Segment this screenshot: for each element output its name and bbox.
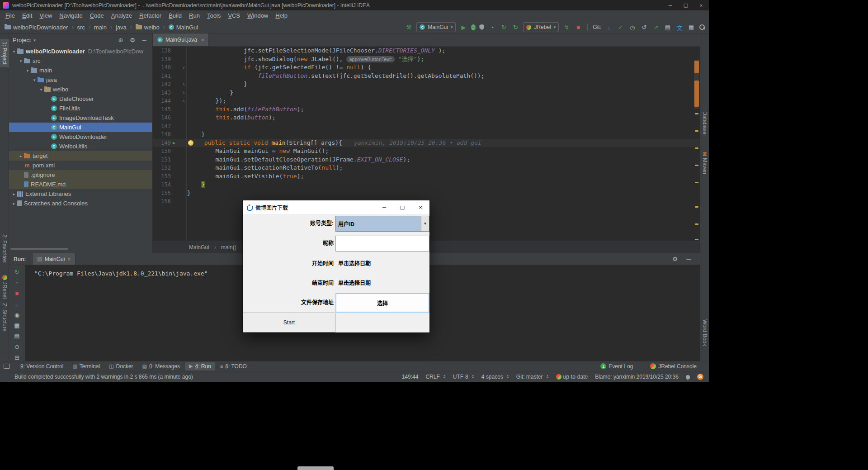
code-line-138[interactable]: 138 jfc.setFileSelectionMode(JFileChoose… xyxy=(153,47,700,55)
code-line-152[interactable]: 152 mainGui.setLocationRelativeTo(null); xyxy=(153,164,700,172)
push-button[interactable]: ↗ xyxy=(652,23,660,31)
toolwindow-button-event-log[interactable]: 1Event Log xyxy=(596,362,637,370)
tree-item-maingui[interactable]: CMainGui xyxy=(9,123,152,132)
tree-item-external-libraries[interactable]: ▸External Libraries xyxy=(9,189,152,199)
menu-run[interactable]: Run xyxy=(185,11,203,20)
line-number-143[interactable]: 143 xyxy=(153,89,171,97)
chevron-down-icon[interactable]: ▾ xyxy=(33,38,36,43)
tool-strip-jrebel[interactable]: JRebel xyxy=(0,272,9,301)
breadcrumb-class[interactable]: MainGui xyxy=(189,244,209,251)
layout-button[interactable]: ▦ xyxy=(687,23,695,31)
menu-edit[interactable]: Edit xyxy=(19,11,36,20)
tool-strip-1-project[interactable]: 1: Project xyxy=(0,39,9,67)
tool-strip-2-favorites[interactable]: 2: Favorites xyxy=(0,232,9,266)
chevron-expanded-icon[interactable]: ▾ xyxy=(24,68,31,73)
rerun-icon[interactable]: ↻ xyxy=(13,269,21,276)
jrebel-run-button[interactable]: ↻ xyxy=(500,23,508,31)
taskbar-peek-tab[interactable] xyxy=(297,466,334,470)
run-button[interactable]: ▶ xyxy=(459,23,467,31)
code-line-149[interactable]: 149▶ public static void main(String[] ar… xyxy=(153,139,700,147)
menu-navigate[interactable]: Navigate xyxy=(56,11,86,20)
line-number-152[interactable]: 152 xyxy=(153,164,171,172)
tree-item-readme-md[interactable]: README.md xyxy=(9,180,152,189)
tree-item-weiboutils[interactable]: CWeiboUtils xyxy=(9,142,152,151)
chevron-expanded-icon[interactable]: ▾ xyxy=(38,87,44,92)
code-line-146[interactable]: 146 this.add(button); xyxy=(153,114,700,122)
tool-strip-maven[interactable]: MMaven xyxy=(700,149,709,177)
run-line-icon[interactable]: ▶ xyxy=(173,139,175,147)
dialog-close-button[interactable]: × xyxy=(411,200,429,214)
breadcrumb-src[interactable]: src xyxy=(76,24,85,31)
choose-path-button[interactable]: 选择 xyxy=(335,293,429,313)
account-type-combobox[interactable]: 用户ID ▼ xyxy=(335,216,429,232)
code-line-155[interactable]: 155} xyxy=(153,189,700,198)
blame-widget[interactable]: Blame: yanximin 2019/10/25 20:36 xyxy=(595,374,679,380)
intention-bulb-icon[interactable] xyxy=(188,140,193,146)
toolwindow-switcher-icon[interactable] xyxy=(4,364,10,369)
nickname-input[interactable] xyxy=(335,236,429,252)
line-number-148[interactable]: 148 xyxy=(153,130,171,139)
line-number-138[interactable]: 138 xyxy=(153,47,171,55)
dialog-titlebar[interactable]: 微博图片下载 ─ ▢ × xyxy=(243,200,429,214)
window-minimize-button[interactable]: ─ xyxy=(663,0,678,10)
update-application-button[interactable]: ↯ xyxy=(562,23,571,31)
line-number-155[interactable]: 155 xyxy=(153,189,171,198)
code-line-143[interactable]: 143∧ } xyxy=(153,89,700,97)
tree-item-weibo[interactable]: ▾weibo xyxy=(9,85,152,94)
line-number-154[interactable]: 154 xyxy=(153,180,171,189)
breadcrumb-weibo[interactable]: weibo xyxy=(135,24,160,31)
debug-button[interactable] xyxy=(471,24,476,30)
toolwindow-button-4-run[interactable]: ▶4: Run xyxy=(185,362,215,370)
close-tab-icon[interactable]: × xyxy=(201,37,204,43)
end-time-picker[interactable]: 单击选择日期 xyxy=(338,280,371,286)
tree-item-weibopicdownloader[interactable]: ▾weiboPicDownloaderD:\Tool\weiboPicDow xyxy=(9,47,152,56)
history-button[interactable]: ◷ xyxy=(628,23,637,31)
line-number-141[interactable]: 141 xyxy=(153,72,171,81)
chevron-expanded-icon[interactable]: ▾ xyxy=(11,49,17,54)
close-tab-icon[interactable]: × xyxy=(67,256,70,262)
dialog-maximize-button[interactable]: ▢ xyxy=(393,200,411,214)
build-hammer-icon[interactable]: ⚒ xyxy=(405,23,413,31)
tree-item-datechooser[interactable]: CDateChooser xyxy=(9,94,152,104)
status-widget-4-spaces[interactable]: 4 spaces xyxy=(481,374,509,380)
editor-error-stripe[interactable] xyxy=(693,60,700,241)
caret-position-widget[interactable]: 149:44 xyxy=(402,374,419,380)
code-line-153[interactable]: 153 mainGui.setVisible(true); xyxy=(153,172,700,181)
menu-vcs[interactable]: VCS xyxy=(224,11,244,20)
layout-icon[interactable]: ▦ xyxy=(13,322,21,329)
menu-view[interactable]: View xyxy=(36,11,56,20)
run-settings-gear-icon[interactable]: ⚙ xyxy=(671,255,679,263)
tree-item-target[interactable]: ▸target xyxy=(9,151,152,161)
chevron-expanded-icon[interactable]: ▾ xyxy=(18,59,24,63)
line-number-146[interactable]: 146 xyxy=(153,114,171,122)
toolwindow-button-terminal[interactable]: ▥Terminal xyxy=(68,362,104,370)
profiler-button[interactable]: ◔ xyxy=(488,23,496,31)
stop-button[interactable]: ■ xyxy=(574,23,582,31)
clear-all-icon[interactable]: ⊟ xyxy=(13,354,21,361)
line-number-142[interactable]: 142 xyxy=(153,80,171,89)
translate-button[interactable]: 文 xyxy=(675,23,684,31)
menu-window[interactable]: Window xyxy=(244,11,272,20)
toolwindow-button-jrebel-console[interactable]: JRebel Console xyxy=(646,362,701,370)
menu-tools[interactable]: Tools xyxy=(203,11,224,20)
code-line-151[interactable]: 151 mainGui.setDefaultCloseOperation(JFr… xyxy=(153,156,700,164)
update-project-button[interactable]: ↓ xyxy=(605,23,613,31)
tree-item-src[interactable]: ▾src xyxy=(9,56,152,66)
status-widget-crlf[interactable]: CRLF xyxy=(425,374,445,380)
annotate-button[interactable]: ▤ xyxy=(664,23,672,31)
line-number-153[interactable]: 153 xyxy=(153,172,171,181)
tool-strip-database[interactable]: Database xyxy=(700,109,709,137)
coverage-button[interactable] xyxy=(479,24,484,30)
tool-strip-word-book[interactable]: Word Book xyxy=(700,317,709,349)
tree-item-gitignore[interactable]: .gitignore xyxy=(9,170,152,180)
commit-button[interactable]: ✓ xyxy=(617,23,625,31)
project-panel-title[interactable]: Project xyxy=(13,37,31,43)
run-tab-maingui[interactable]: ▤ MainGui × xyxy=(32,253,75,265)
start-button[interactable]: Start xyxy=(243,313,335,332)
notifications-icon[interactable] xyxy=(686,375,690,379)
breadcrumb-java[interactable]: java xyxy=(115,24,127,31)
code-line-140[interactable]: 140∨ if (jfc.getSelectedFile() != null) … xyxy=(153,63,700,72)
code-line-147[interactable]: 147 xyxy=(153,122,700,131)
tree-item-weibodownloader[interactable]: CWeiboDownloader xyxy=(9,132,152,142)
show-previous-icon[interactable]: ↑ xyxy=(13,280,21,287)
